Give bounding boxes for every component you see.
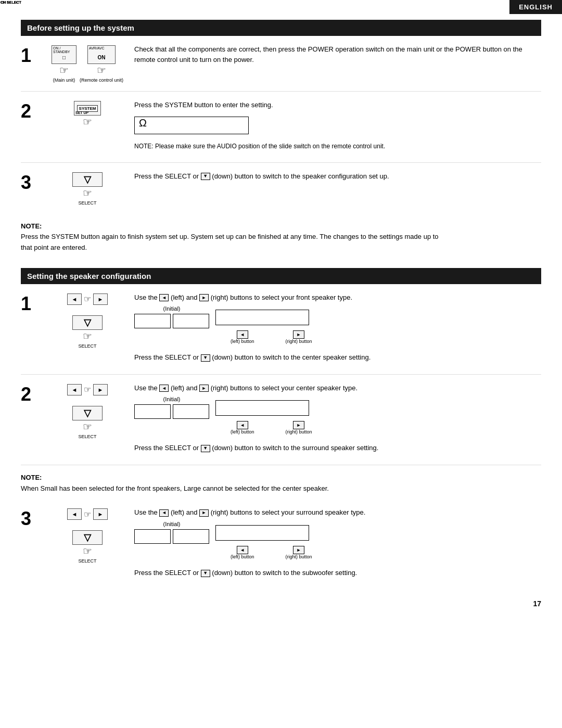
speaker-mid-note: NOTE: When Small has been selected for t… [21,465,541,500]
speaker-step-number-2: 2 [21,383,46,404]
speaker-step-row-1: 1 ◄ ☞ ► CH SELECT ▽ ☞ SELECT Use the [21,284,541,375]
initial-boxes-1 [134,314,209,328]
select-arrow-s2: ▽ [84,407,91,419]
step3-text-after: (down) button to switch to the speaker c… [212,172,389,180]
speaker-step2-sub: Press the SELECT or ▼ (down) button to s… [134,443,541,453]
ch-select-icon-s1: CH SELECT ▽ ☞ SELECT [72,315,103,349]
speaker-step-number-1: 1 [21,292,46,313]
step-number-3: 3 [21,171,46,192]
button-labels-row-1: ◄ (left) button ► (right) button [231,330,541,344]
sub-text-3: Press the SELECT or [134,569,199,577]
left-arrow-btn-1: ◄ [67,293,82,305]
speaker-step3-sub: Press the SELECT or ▼ (down) button to s… [134,568,541,578]
remote-unit-box: AVR/AVC ON [87,45,116,64]
initial-label-3: (Initial) [134,521,209,527]
right-arrow-icon-2: ► [199,385,209,392]
on-standby-label: ON / STANDBY [53,46,76,54]
system-icon: SET UP SYSTEM ☞ [74,101,101,128]
right-arrow-btn-2: ► [93,384,108,395]
step-row-1: 1 ON / STANDBY □ ☞ (Main unit) AVR/AVC O… [21,36,541,92]
main-unit-box: ON / STANDBY □ [52,45,76,64]
initial-col-1: (Initial) [134,305,209,328]
down-arrow-icon-s1: ▼ [201,354,210,362]
left-btn-label-2: ◄ (left) button [231,421,254,435]
initial-boxes-3 [134,529,209,544]
select-label: SELECT [78,200,96,206]
button-labels-row-2: ◄ (left) button ► (right) button [231,421,541,435]
select-label-s1: SELECT [78,343,96,349]
use-the-1: Use the [134,293,158,301]
right-btn-text-1: (right) button [286,339,312,344]
left-arrow-icon-3: ◄ [159,509,169,517]
left-arrow-icon-2: ◄ [159,385,169,392]
initial-display-left-1 [134,314,171,328]
step-icon-col-1: ON / STANDBY □ ☞ (Main unit) AVR/AVC ON … [51,44,124,83]
step-content-3: Press the SELECT or ▼ (down) button to s… [129,171,541,185]
speaker-step3-text: Use the ◄ (left) and ► (right) buttons t… [134,507,541,518]
ch-select-box: CH SELECT ▽ [72,172,103,187]
lr-hand-3: ☞ [84,509,91,519]
remote-unit-label: (Remote control unit) [80,78,123,83]
speaker-display-row-1: (Initial) [134,305,541,328]
button-labels-row-3: ◄ (left) button ► (right) button [231,546,541,559]
step2-note: NOTE: Please make sure the AUDIO positio… [134,142,541,151]
left-arrow-icon-1: ◄ [159,294,169,301]
speaker-step-number-3: 3 [21,507,46,528]
ch-select-box-s2: CH SELECT ▽ [72,406,103,420]
power-icons-row: ON / STANDBY □ ☞ (Main unit) AVR/AVC ON … [52,45,123,83]
ch-select-box-s3: CH SELECT ▽ [72,530,103,545]
speaker-display-row-3: (Initial) [134,521,541,544]
note-label-mid: NOTE: [21,474,42,481]
select-arrow: ▽ [84,174,91,185]
right-btn-label-1: ► (right) button [286,330,312,344]
sub-text2-3: (down) button to switch to the subwoofer… [212,569,357,577]
step2-display: Ω [134,117,249,134]
step-content-2: Press the SYSTEM button to enter the set… [129,100,541,154]
use-the-3: Use the [134,508,158,516]
sub-text-1: Press the SELECT or [134,353,199,361]
speaker-step-content-2: Use the ◄ (left) and ► (right) buttons t… [129,383,541,456]
down-arrow-icon-s2: ▼ [201,445,210,452]
use-the-2: Use the [134,384,158,392]
ch-hand-s1: ☞ [83,330,92,342]
select-label-s2: SELECT [78,434,96,439]
ch-select-icon-s3: CH SELECT ▽ ☞ SELECT [72,530,103,564]
main-unit-icon: ON / STANDBY □ ☞ (Main unit) [52,45,76,83]
left-text-2: (left) and [171,384,197,392]
page-number: 17 [21,599,541,608]
right-text-3: (right) buttons to select your surround … [211,508,366,516]
left-arrow-btn-3: ◄ [67,508,82,520]
ch-hand-s3: ☞ [83,545,92,557]
initial-display-left-2 [134,404,171,419]
right-btn-icon-1: ► [293,330,304,339]
initial-boxes-2 [134,404,209,419]
sub-text-2: Press the SELECT or [134,444,199,452]
lr-hand-1: ☞ [84,294,91,304]
main-unit-rect: □ [62,55,66,60]
ch-hand: ☞ [83,187,92,199]
select-arrow-s1: ▽ [84,317,91,328]
left-btn-icon-3: ◄ [237,546,248,554]
speaker-step-icon-col-3: ◄ ☞ ► CH SELECT ▽ ☞ SELECT [51,507,124,564]
left-text-3: (left) and [171,508,197,516]
main-unit-label: (Main unit) [53,78,75,83]
main-display-3 [215,525,309,541]
down-arrow-icon: ▼ [201,173,210,180]
note-mid-line-1: When Small has been selected for the fro… [21,484,329,492]
system-box: SET UP SYSTEM [74,101,101,116]
left-btn-icon-2: ◄ [237,421,248,429]
initial-display-right-2 [173,404,209,419]
lr-buttons-1: ◄ ☞ ► [67,293,108,305]
main-unit-hand: ☞ [59,64,69,76]
right-btn-text-2: (right) button [286,429,312,435]
right-btn-label-3: ► (right) button [286,546,312,559]
page-container: ENGLISH Before setting up the system 1 O… [0,0,562,629]
left-arrow-btn-2: ◄ [67,384,82,395]
step-row-3: 3 CH SELECT ▽ ☞ SELECT Press the SELECT … [21,163,541,214]
speaker-step-content-3: Use the ◄ (left) and ► (right) buttons t… [129,507,541,581]
step1-text: Check that all the components are correc… [134,44,541,65]
english-badge: ENGLISH [509,0,562,14]
speaker-step2-text: Use the ◄ (left) and ► (right) buttons t… [134,383,541,393]
step-icon-col-3: CH SELECT ▽ ☞ SELECT [51,171,124,206]
main-display-2 [215,400,309,416]
